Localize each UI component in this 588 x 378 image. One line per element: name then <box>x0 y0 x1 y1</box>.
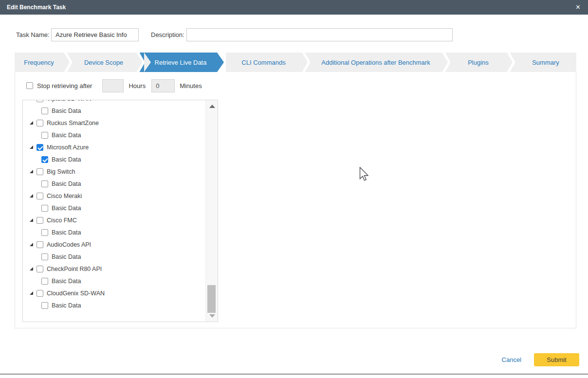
tree-checkbox-basic-data[interactable] <box>41 229 48 236</box>
tree-item-label: Basic Data <box>52 253 81 260</box>
description-label: Description: <box>151 28 184 41</box>
tree-checkbox-cloudgenix-sd-wan[interactable] <box>37 290 43 297</box>
tree-expander-icon[interactable] <box>30 267 33 270</box>
tree-item-viptela-sd-wan[interactable]: Viptela SD-WAN <box>23 100 205 105</box>
tree-checkbox-basic-data[interactable] <box>41 180 48 187</box>
tree-checkbox-cisco-meraki[interactable] <box>37 193 43 199</box>
tree-item-label: Cisco Meraki <box>47 193 82 199</box>
tab-separator-chevron-icon <box>63 53 72 72</box>
tree-item-basic-data[interactable]: Basic Data <box>23 178 205 190</box>
tree-expander-icon[interactable] <box>30 291 33 295</box>
wizard-tabs: FrequencyDevice ScopeRetrieve Live DataC… <box>15 53 576 72</box>
tree-item-cloudgenix-sd-wan[interactable]: CloudGenix SD-WAN <box>23 287 205 299</box>
content-panel: Stop retrieving after Hours Minutes Vipt… <box>15 72 576 328</box>
tree-checkbox-basic-data[interactable] <box>41 108 48 114</box>
tree-item-label: CloudGenix SD-WAN <box>47 290 105 297</box>
tree-checkbox-cisco-fmc[interactable] <box>37 217 43 224</box>
footer-actions: Cancel Submit <box>502 353 579 366</box>
tab-cli-commands[interactable]: CLI Commands <box>226 53 301 72</box>
tab-plugins[interactable]: Plugins <box>450 53 506 72</box>
tree-item-cisco-fmc[interactable]: Cisco FMC <box>23 214 205 226</box>
tree-item-basic-data[interactable]: Basic Data <box>23 299 205 311</box>
tree-item-basic-data[interactable]: Basic Data <box>23 275 205 287</box>
tree-item-big-switch[interactable]: Big Switch <box>23 165 205 178</box>
tab-retrieve-live-data[interactable]: Retrieve Live Data <box>144 53 217 72</box>
tree-checkbox-big-switch[interactable] <box>37 168 43 175</box>
tree-item-label: CheckPoint R80 API <box>47 266 102 272</box>
scroll-up-button[interactable] <box>206 101 218 111</box>
tree-checkbox-basic-data[interactable] <box>41 205 48 212</box>
scroll-down-button[interactable] <box>206 311 218 321</box>
tree-checkbox-basic-data[interactable] <box>41 278 48 285</box>
tree-item-basic-data[interactable]: Basic Data <box>23 226 205 238</box>
tab-separator-chevron-icon <box>441 53 450 72</box>
tree-checkbox-checkpoint-r80-api[interactable] <box>37 266 43 272</box>
tree-item-basic-data[interactable]: Basic Data <box>23 105 205 117</box>
stop-retrieving-label: Stop retrieving after <box>37 82 92 90</box>
tree-item-checkpoint-r80-api[interactable]: CheckPoint R80 API <box>23 263 205 275</box>
tree-item-label: Basic Data <box>52 132 81 139</box>
dialog-titlebar: Edit Benchmark Task × <box>0 0 588 15</box>
tree-item-label: Viptela SD-WAN <box>47 100 92 102</box>
tree-checkbox-viptela-sd-wan[interactable] <box>37 100 43 102</box>
tab-device-scope[interactable]: Device Scope <box>72 53 135 72</box>
scrollbar-thumb[interactable] <box>207 285 216 313</box>
tree-checkbox-audiocodes-api[interactable] <box>37 241 43 248</box>
tree-scroll-area: Viptela SD-WANBasic DataRuckus SmartZone… <box>23 100 205 322</box>
scroll-down-icon <box>209 314 215 318</box>
tree-item-label: Cisco FMC <box>47 217 77 224</box>
tree-item-label: Big Switch <box>47 168 75 175</box>
minutes-input[interactable] <box>151 79 175 92</box>
tree-item-basic-data[interactable]: Basic Data <box>23 153 205 165</box>
tab-summary[interactable]: Summary <box>515 53 576 72</box>
submit-button[interactable]: Submit <box>534 353 579 366</box>
tree-checkbox-basic-data[interactable] <box>41 302 48 309</box>
tree-item-label: Ruckus SmartZone <box>47 120 99 126</box>
hours-label: Hours <box>129 82 146 90</box>
tab-additional-operations-after-benchmark[interactable]: Additional Operations after Benchmark <box>310 53 441 72</box>
tree-checkbox-basic-data[interactable] <box>41 156 48 163</box>
tree-expander-icon[interactable] <box>30 218 33 222</box>
hours-input[interactable] <box>102 79 124 92</box>
tree-item-basic-data[interactable]: Basic Data <box>23 129 205 141</box>
tree-item-basic-data[interactable]: Basic Data <box>23 202 205 214</box>
tree-checkbox-basic-data[interactable] <box>41 132 48 139</box>
tree-expander-icon[interactable] <box>30 121 33 125</box>
tree-item-label: Basic Data <box>52 302 81 309</box>
minutes-label: Minutes <box>180 82 202 90</box>
tree-item-label: Basic Data <box>52 180 81 187</box>
tree-expander-icon[interactable] <box>30 145 33 149</box>
scroll-up-icon <box>209 105 215 108</box>
tree-item-label: Basic Data <box>52 205 81 212</box>
dialog-bottom-edge <box>0 374 588 375</box>
tree-expander-icon[interactable] <box>30 243 33 246</box>
scrollbar[interactable] <box>205 100 218 322</box>
tree-checkbox-basic-data[interactable] <box>41 253 48 260</box>
tab-separator-chevron-icon <box>217 53 226 72</box>
tree-checkbox-microsoft-azure[interactable] <box>37 144 43 151</box>
close-icon[interactable]: × <box>574 0 582 15</box>
tab-separator-chevron-icon <box>135 53 144 72</box>
tab-separator-chevron-icon <box>506 53 515 72</box>
tree-checkbox-ruckus-smartzone[interactable] <box>37 120 43 126</box>
tree-expander-icon[interactable] <box>30 194 33 198</box>
tab-frequency[interactable]: Frequency <box>15 53 63 72</box>
tree-item-label: Basic Data <box>52 278 81 285</box>
tree-item-basic-data[interactable]: Basic Data <box>23 251 205 263</box>
tree-item-audiocodes-api[interactable]: AudioCodes API <box>23 238 205 251</box>
stop-retrieving-checkbox[interactable] <box>26 82 33 89</box>
tree-item-label: Microsoft Azure <box>47 144 89 151</box>
description-input[interactable] <box>186 28 453 41</box>
task-name-input[interactable] <box>51 28 139 41</box>
data-type-tree-panel: Viptela SD-WANBasic DataRuckus SmartZone… <box>22 100 218 322</box>
cancel-link[interactable]: Cancel <box>502 356 521 363</box>
dialog-title: Edit Benchmark Task <box>0 4 66 11</box>
tree-item-microsoft-azure[interactable]: Microsoft Azure <box>23 141 205 153</box>
tree-item-cisco-meraki[interactable]: Cisco Meraki <box>23 190 205 202</box>
task-name-label: Task Name: <box>16 28 50 41</box>
tree-item-label: Basic Data <box>52 108 81 114</box>
tree-item-label: AudioCodes API <box>47 241 91 248</box>
tree-item-ruckus-smartzone[interactable]: Ruckus SmartZone <box>23 117 205 129</box>
stop-retrieving-row: Stop retrieving after Hours Minutes <box>26 78 202 93</box>
tree-expander-icon[interactable] <box>30 170 33 173</box>
